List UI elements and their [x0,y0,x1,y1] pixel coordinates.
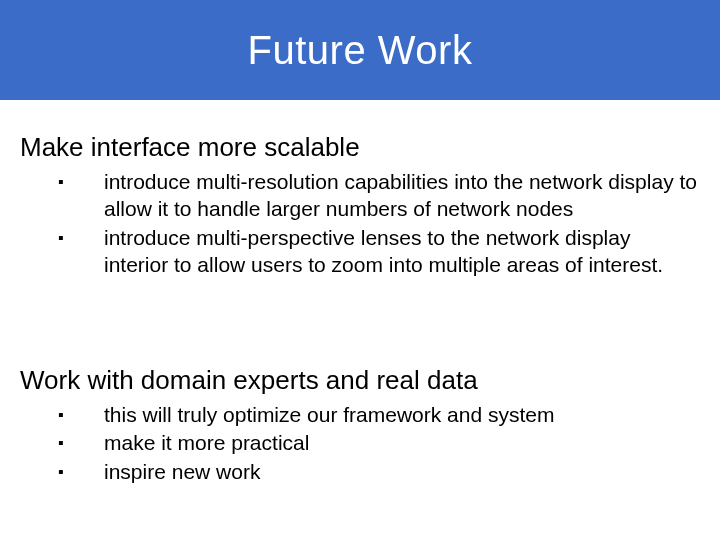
slide: Future Work Make interface more scalable… [0,0,720,540]
list-item: introduce multi-perspective lenses to th… [58,225,700,279]
section-heading-1: Work with domain experts and real data [20,365,700,396]
title-bar: Future Work [0,0,720,100]
list-item: make it more practical [58,430,700,457]
list-item: inspire new work [58,459,700,486]
bullet-list-1: this will truly optimize our framework a… [58,402,700,487]
section-heading-0: Make interface more scalable [20,132,700,163]
slide-title: Future Work [248,28,473,73]
section-gap [20,281,700,351]
slide-content: Make interface more scalable introduce m… [0,100,720,486]
list-item: this will truly optimize our framework a… [58,402,700,429]
list-item: introduce multi-resolution capabilities … [58,169,700,223]
bullet-list-0: introduce multi-resolution capabilities … [58,169,700,279]
